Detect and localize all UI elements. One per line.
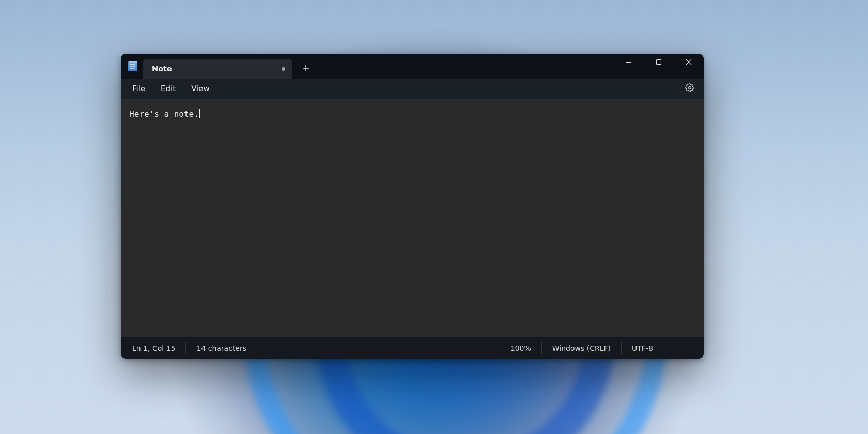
settings-button[interactable] [681,80,699,98]
notepad-icon [128,61,137,71]
gear-icon [685,83,694,95]
text-cursor [199,109,200,118]
titlebar[interactable]: Note [121,54,704,79]
svg-rect-0 [657,60,661,65]
status-zoom[interactable]: 100% [500,342,541,354]
tab-note[interactable]: Note [143,59,292,79]
desktop-background: Note [0,0,868,434]
minimize-icon [626,59,632,65]
status-char-count: 14 characters [185,342,257,354]
menu-file[interactable]: File [126,81,151,97]
modified-indicator-icon [282,67,285,71]
maximize-button[interactable] [644,54,674,70]
svg-point-1 [689,87,691,89]
close-button[interactable] [674,54,704,70]
window-controls [614,54,704,79]
status-cursor-position: Ln 1, Col 15 [121,342,185,354]
close-icon [686,59,692,65]
maximize-icon [656,59,662,65]
plus-icon [302,64,309,74]
status-encoding[interactable]: UTF-8 [621,342,704,354]
status-line-ending[interactable]: Windows (CRLF) [541,342,621,354]
menu-edit[interactable]: Edit [154,81,182,97]
editor-content: Here's a note. [129,109,199,119]
tab-strip: Note [143,54,316,79]
menubar: File Edit View [121,79,704,99]
tab-title: Note [152,65,172,73]
editor-area[interactable]: Here's a note. [121,99,704,337]
menu-view[interactable]: View [185,81,216,97]
minimize-button[interactable] [614,54,644,70]
notepad-window: Note [121,54,704,359]
new-tab-button[interactable] [296,59,316,79]
statusbar: Ln 1, Col 15 14 characters 100% Windows … [121,337,704,359]
